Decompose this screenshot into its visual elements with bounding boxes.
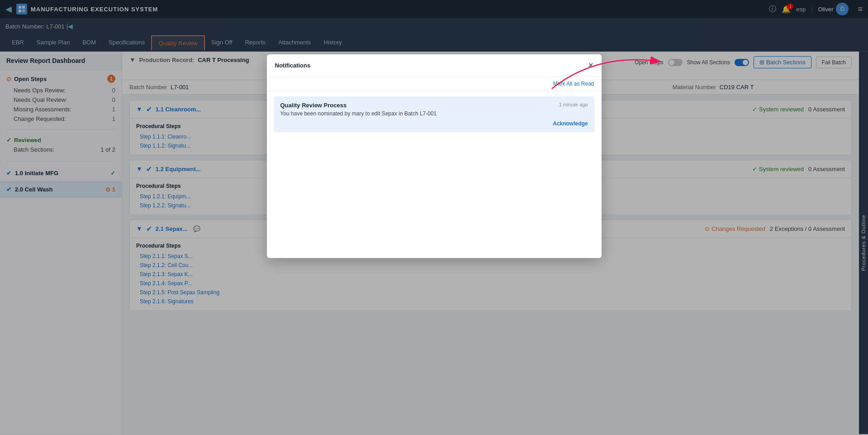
modal-body: Mark All as Read Quality Review Process … [267, 77, 602, 258]
mark-all-read-button[interactable]: Mark All as Read [267, 77, 602, 91]
notification-body-1: You have been nominated by mary to edit … [280, 110, 588, 117]
notification-time-1: 1 minute ago [559, 102, 588, 107]
modal-close-button[interactable]: × [588, 61, 593, 70]
notifications-modal: Notifications × Mark All as Read Quality… [267, 54, 602, 258]
notification-item-1: Quality Review Process You have been nom… [274, 96, 594, 132]
modal-title: Notifications [275, 62, 311, 69]
acknowledge-button[interactable]: Acknowledge [280, 120, 588, 127]
modal-header: Notifications × [267, 54, 602, 77]
modal-overlay[interactable]: Notifications × Mark All as Read Quality… [0, 0, 868, 435]
notification-title-1: Quality Review Process [280, 102, 588, 109]
